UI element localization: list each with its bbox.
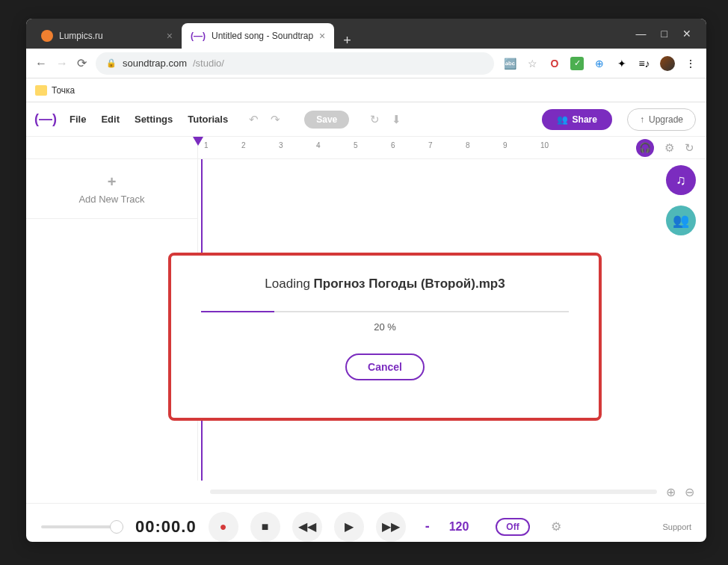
volume-slider[interactable] [41, 525, 123, 528]
plus-icon: + [108, 173, 117, 191]
maximize-button[interactable]: □ [661, 28, 667, 40]
refresh-icon[interactable]: ↻ [685, 141, 694, 155]
tabs-row: Lumpics.ru × (—) Untitled song - Soundtr… [26, 19, 621, 49]
avatar[interactable] [660, 56, 675, 71]
close-button[interactable]: ✕ [682, 28, 691, 40]
play-button[interactable]: ▶ [334, 512, 364, 542]
download-icon[interactable]: ⬇ [392, 113, 401, 126]
share-button[interactable]: 👥 Share [542, 109, 612, 130]
tab-soundtrap[interactable]: (—) Untitled song - Soundtrap × [182, 23, 334, 49]
timeline-actions: 🎧 ⚙ ↻ [624, 137, 706, 158]
bookmark-bar: Точка [26, 78, 706, 102]
add-track-button[interactable]: + Add New Track [26, 159, 197, 219]
bpm-value[interactable]: 120 [449, 520, 469, 534]
url-field[interactable]: 🔒 soundtrap.com/studio/ [96, 52, 494, 75]
zoom-in-icon[interactable]: ⊕ [666, 485, 676, 499]
url-domain: soundtrap.com [123, 58, 187, 69]
cancel-button[interactable]: Cancel [345, 353, 425, 380]
new-tab-button[interactable]: + [334, 33, 360, 49]
ruler-tick: 7 [428, 141, 433, 149]
ruler-tick: 1 [204, 141, 209, 149]
progress-bar [201, 311, 569, 312]
timeline-left-spacer [26, 137, 198, 158]
save-button[interactable]: Save [304, 111, 349, 129]
ruler-tick: 4 [316, 141, 321, 149]
support-link[interactable]: Support [662, 522, 691, 531]
ruler-tick: 8 [466, 141, 470, 149]
upgrade-button[interactable]: ↑ Upgrade [627, 108, 696, 131]
ruler-tick: 3 [279, 141, 283, 149]
address-bar: ← → ⟳ 🔒 soundtrap.com/studio/ 🔤 ☆ O ✓ ⊕ … [26, 49, 706, 78]
globe-icon[interactable]: ⊕ [593, 57, 606, 70]
side-bubbles: ♫ 👥 [666, 165, 696, 235]
horizontal-scrollbar[interactable] [210, 490, 657, 494]
check-icon[interactable]: ✓ [570, 57, 584, 70]
modal-title: Loading Прогноз Погоды (Второй).mp3 [265, 277, 505, 291]
headphone-icon[interactable]: 🎧 [636, 139, 654, 157]
ruler-tick: 5 [354, 141, 358, 149]
star-icon[interactable]: ☆ [525, 57, 539, 70]
forward-button[interactable]: ▶▶ [376, 512, 406, 542]
zoom-out-icon[interactable]: ⊖ [685, 485, 694, 499]
url-path: /studio/ [193, 58, 224, 69]
soundtrap-logo[interactable]: (—) [37, 111, 55, 129]
zoom-bar: ⊕ ⊖ [26, 481, 706, 503]
loading-modal: Loading Прогноз Погоды (Второй).mp3 20 %… [168, 253, 602, 421]
share-icon: 👥 [557, 114, 568, 125]
folder-icon [35, 85, 47, 96]
upgrade-label: Upgrade [649, 114, 683, 125]
tab-lumpics[interactable]: Lumpics.ru × [32, 23, 182, 49]
translate-icon[interactable]: 🔤 [503, 57, 516, 70]
separator: - [425, 519, 430, 534]
forward-button[interactable]: → [56, 57, 68, 70]
timeline-ruler[interactable]: 1 2 3 4 5 6 7 8 9 10 [198, 137, 624, 158]
loading-prefix: Loading [265, 277, 313, 291]
window-controls: — □ ✕ [621, 28, 706, 40]
close-icon[interactable]: × [319, 30, 325, 42]
transport-bar: 00:00.0 ● ■ ◀◀ ▶ ▶▶ - 120 Off ⚙ Support [26, 503, 706, 542]
favicon [41, 30, 53, 42]
puzzle-icon[interactable]: ✦ [615, 57, 629, 70]
ruler-tick: 10 [540, 141, 549, 149]
gear-icon[interactable]: ⚙ [664, 141, 674, 155]
add-track-label: Add New Track [78, 194, 144, 205]
undo-redo-group: ↶ ↷ [249, 113, 280, 126]
menu-edit[interactable]: Edit [101, 114, 120, 125]
opera-icon[interactable]: O [548, 57, 561, 70]
revert-icon[interactable]: ↻ [370, 113, 380, 126]
playlist-icon[interactable]: ≡♪ [638, 57, 651, 70]
music-bubble[interactable]: ♫ [666, 165, 696, 195]
ruler-tick: 6 [391, 141, 395, 149]
menu-settings[interactable]: Settings [135, 114, 173, 125]
menu-icon[interactable]: ⋮ [684, 57, 697, 70]
close-icon[interactable]: × [167, 30, 173, 42]
stop-button[interactable]: ■ [250, 512, 280, 542]
undo-icon[interactable]: ↶ [249, 113, 259, 126]
timecode: 00:00.0 [135, 517, 197, 537]
save-extras: ↻ ⬇ [370, 113, 401, 126]
titlebar: Lumpics.ru × (—) Untitled song - Soundtr… [26, 19, 706, 49]
favicon: (—) [191, 31, 206, 41]
main-area: + Add New Track ♫ 👥 Loading Прогноз Пого… [26, 159, 706, 481]
app-toolbar: (—) File Edit Settings Tutorials ↶ ↷ Sav… [26, 102, 706, 137]
volume-handle[interactable] [110, 520, 123, 534]
settings-gear-icon[interactable]: ⚙ [551, 519, 561, 534]
back-button[interactable]: ← [35, 57, 47, 70]
ruler-tick: 9 [503, 141, 508, 149]
lock-icon: 🔒 [106, 58, 117, 68]
redo-icon[interactable]: ↷ [271, 113, 280, 126]
ruler-tick: 2 [241, 141, 246, 149]
reload-button[interactable]: ⟳ [77, 56, 87, 70]
menu-tutorials[interactable]: Tutorials [188, 114, 228, 125]
rewind-button[interactable]: ◀◀ [292, 512, 322, 542]
progress-percent: 20 % [374, 321, 396, 333]
loading-filename: Прогноз Погоды (Второй).mp3 [314, 277, 505, 291]
extension-icons: 🔤 ☆ O ✓ ⊕ ✦ ≡♪ ⋮ [503, 56, 697, 71]
minimize-button[interactable]: — [636, 28, 647, 40]
loop-toggle[interactable]: Off [496, 518, 529, 536]
menu-file[interactable]: File [70, 114, 86, 125]
collab-bubble[interactable]: 👥 [666, 206, 696, 235]
record-button[interactable]: ● [209, 512, 238, 542]
bookmark-folder[interactable]: Точка [52, 85, 75, 96]
share-label: Share [573, 114, 597, 125]
